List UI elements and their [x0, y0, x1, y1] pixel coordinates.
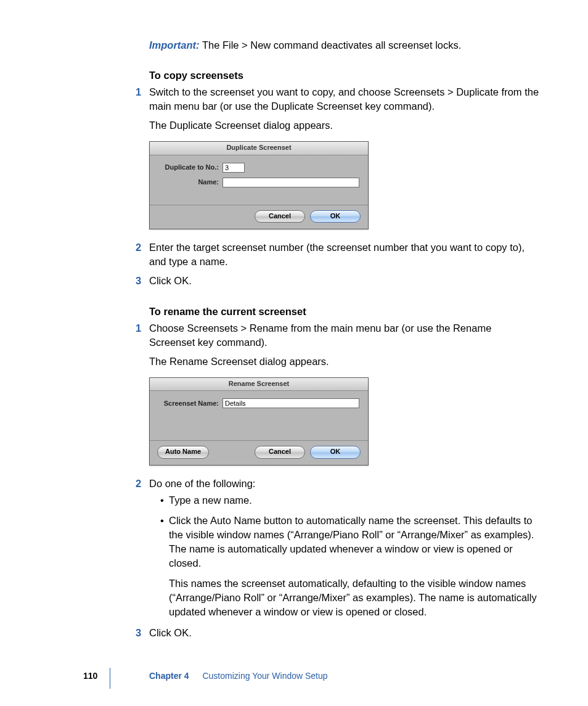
step-b3: 3 Click OK.: [149, 626, 540, 640]
step-b2: 2 Do one of the following: Type a new na…: [149, 477, 540, 620]
step-a2: 2 Enter the target screenset number (the…: [149, 240, 540, 269]
rename-dialog-figure: Rename Screenset Screenset Name: Auto Na…: [149, 377, 540, 466]
step-text: Click OK.: [149, 275, 192, 286]
step-number: 1: [136, 321, 141, 335]
bullet-auto-name: Click the Auto Name button to automatica…: [160, 514, 540, 620]
ok-button[interactable]: OK: [310, 210, 361, 223]
input-screenset-name[interactable]: [223, 398, 359, 408]
important-note: Important: The File > New command deacti…: [149, 38, 540, 52]
bullet-follow-text: This names the screenset automatically, …: [169, 577, 540, 619]
step-b1: 1 Choose Screensets > Rename from the ma…: [149, 321, 540, 466]
step-number: 3: [136, 274, 141, 288]
footer-divider: [110, 668, 110, 689]
step-number: 2: [136, 477, 141, 491]
label-screenset-name: Screenset Name:: [158, 399, 223, 408]
rename-dialog: Rename Screenset Screenset Name: Auto Na…: [149, 377, 369, 466]
bullet-type-name: Type a new name.: [160, 493, 540, 507]
row-screenset-name: Screenset Name:: [158, 398, 359, 408]
important-text: The File > New command deactivates all s…: [202, 39, 461, 51]
chapter-label: Chapter 4: [149, 671, 189, 681]
step-number: 2: [136, 240, 141, 255]
bullet-text: Type a new name.: [169, 495, 252, 506]
step-text: Click OK.: [149, 627, 192, 638]
duplicate-dialog: Duplicate Screenset Duplicate to No.: Na…: [149, 141, 369, 229]
document-page: Important: The File > New command deacti…: [0, 0, 588, 706]
dialog-footer: Cancel OK: [150, 205, 368, 229]
step-text: Do one of the following:: [149, 478, 255, 489]
cancel-button[interactable]: Cancel: [255, 446, 305, 458]
dialog-body: Duplicate to No.: Name:: [150, 155, 368, 205]
cancel-button[interactable]: Cancel: [255, 210, 305, 223]
chapter-title: Customizing Your Window Setup: [202, 671, 327, 681]
dialog-title: Duplicate Screenset: [150, 142, 368, 155]
step-text: Switch to the screenset you want to copy…: [149, 86, 539, 112]
step-text: Enter the target screenset number (the s…: [149, 242, 525, 267]
duplicate-dialog-figure: Duplicate Screenset Duplicate to No.: Na…: [149, 141, 540, 229]
step-text: Choose Screensets > Rename from the main…: [149, 322, 491, 348]
input-name[interactable]: [223, 178, 359, 187]
step-number: 1: [136, 85, 141, 99]
ok-button[interactable]: OK: [310, 446, 361, 458]
step-follow-text: The Rename Screenset dialog appears.: [149, 355, 540, 369]
dialog-title: Rename Screenset: [150, 378, 368, 391]
heading-copy-screensets: To copy screensets: [149, 68, 540, 83]
row-name: Name:: [158, 178, 359, 187]
step-number: 3: [136, 626, 141, 640]
row-duplicate-no: Duplicate to No.:: [158, 163, 359, 173]
step-a3: 3 Click OK.: [149, 274, 540, 288]
step-follow-text: The Duplicate Screenset dialog appears.: [149, 118, 540, 133]
dialog-body: Screenset Name:: [150, 391, 368, 440]
label-name: Name:: [158, 178, 223, 187]
step-a1: 1 Switch to the screenset you want to co…: [149, 85, 540, 229]
chapter-info: Chapter 4 Customizing Your Window Setup: [149, 670, 328, 683]
input-duplicate-no[interactable]: [223, 163, 245, 173]
bullet-text: Click the Auto Name button to automatica…: [169, 515, 534, 568]
page-number: 110: [83, 670, 97, 683]
dialog-footer: Auto Name Cancel OK: [150, 440, 368, 464]
important-label: Important:: [149, 39, 200, 51]
heading-rename-screenset: To rename the current screenset: [149, 305, 540, 319]
label-duplicate-no: Duplicate to No.:: [158, 163, 223, 172]
auto-name-button[interactable]: Auto Name: [157, 446, 209, 458]
